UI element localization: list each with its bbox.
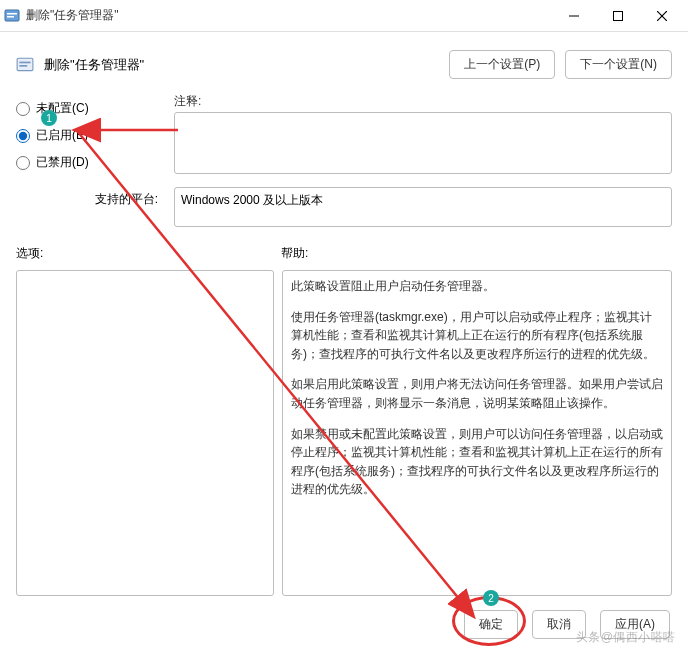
app-icon: [4, 8, 20, 24]
window-controls: [552, 1, 684, 31]
svg-rect-9: [19, 65, 27, 67]
close-button[interactable]: [640, 1, 684, 31]
radio-not-configured[interactable]: 未配置(C): [16, 95, 166, 122]
apply-button[interactable]: 应用(A): [600, 610, 670, 639]
annotation-badge-1: 1: [41, 110, 57, 126]
footer: 2 确定 取消 应用(A): [0, 604, 688, 649]
annotation-badge-2: 2: [483, 590, 499, 606]
options-panel: [16, 270, 274, 596]
policy-icon: [16, 56, 34, 74]
next-setting-button[interactable]: 下一个设置(N): [565, 50, 672, 79]
radio-disabled-input[interactable]: [16, 156, 30, 170]
help-panel: 此策略设置阻止用户启动任务管理器。 使用任务管理器(taskmgr.exe)，用…: [282, 270, 672, 596]
svg-rect-2: [7, 16, 14, 18]
minimize-button[interactable]: [552, 1, 596, 31]
options-label: 选项:: [16, 245, 281, 262]
window-title: 删除"任务管理器": [26, 7, 552, 24]
svg-rect-8: [19, 61, 30, 63]
comment-input[interactable]: [174, 112, 672, 174]
help-label: 帮助:: [281, 245, 672, 262]
help-paragraph: 使用任务管理器(taskmgr.exe)，用户可以启动或停止程序；监视其计算机性…: [291, 308, 663, 364]
radio-disabled[interactable]: 已禁用(D): [16, 149, 166, 176]
header: 删除"任务管理器" 上一个设置(P) 下一个设置(N): [0, 32, 688, 89]
radio-enabled-label: 已启用(E): [36, 127, 88, 144]
radio-enabled[interactable]: 1 已启用(E): [16, 122, 166, 149]
page-title: 删除"任务管理器": [44, 56, 439, 74]
panels: 此策略设置阻止用户启动任务管理器。 使用任务管理器(taskmgr.exe)，用…: [0, 266, 688, 604]
help-paragraph: 此策略设置阻止用户启动任务管理器。: [291, 277, 663, 296]
help-paragraph: 如果启用此策略设置，则用户将无法访问任务管理器。如果用户尝试启动任务管理器，则将…: [291, 375, 663, 412]
help-paragraph: 如果禁用或未配置此策略设置，则用户可以访问任务管理器，以启动或停止程序；监视其计…: [291, 425, 663, 499]
svg-rect-1: [7, 13, 17, 15]
radio-disabled-label: 已禁用(D): [36, 154, 89, 171]
svg-rect-0: [5, 10, 19, 21]
svg-rect-4: [614, 11, 623, 20]
radio-enabled-input[interactable]: [16, 129, 30, 143]
titlebar: 删除"任务管理器": [0, 0, 688, 32]
svg-rect-7: [17, 58, 33, 70]
config-area: 未配置(C) 1 已启用(E) 已禁用(D) 注释:: [0, 89, 688, 185]
platform-value: Windows 2000 及以上版本: [174, 187, 672, 227]
comment-label: 注释:: [174, 93, 672, 110]
platform-label: 支持的平台:: [16, 187, 166, 208]
cancel-button[interactable]: 取消: [532, 610, 586, 639]
previous-setting-button[interactable]: 上一个设置(P): [449, 50, 555, 79]
radio-not-configured-input[interactable]: [16, 102, 30, 116]
platform-row: 支持的平台: Windows 2000 及以上版本: [0, 185, 688, 237]
ok-button[interactable]: 确定: [464, 610, 518, 639]
section-labels: 选项: 帮助:: [0, 237, 688, 266]
maximize-button[interactable]: [596, 1, 640, 31]
radio-group: 未配置(C) 1 已启用(E) 已禁用(D): [16, 93, 166, 177]
